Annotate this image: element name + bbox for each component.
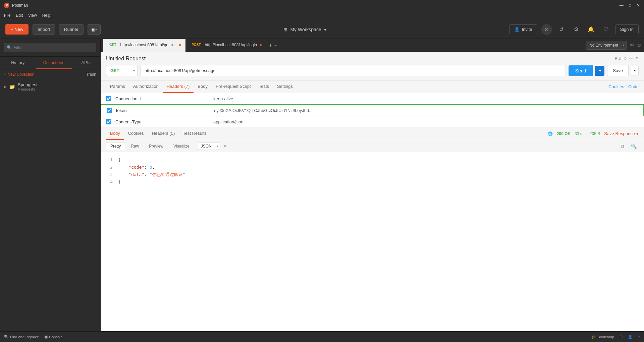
subtab-body[interactable]: Body <box>194 80 212 93</box>
subtab-authorization[interactable]: Authorization <box>129 80 163 93</box>
header-checkbox-content-type[interactable] <box>106 119 111 124</box>
heart-button[interactable]: ♡ <box>600 24 611 35</box>
menu-file[interactable]: File <box>4 13 10 18</box>
search-input[interactable] <box>4 43 96 52</box>
no-orbit-button[interactable]: ⊘ <box>541 24 552 35</box>
build-label: BUILD <box>615 56 627 61</box>
new-collection-button[interactable]: + New Collection <box>4 72 34 77</box>
settings-button[interactable]: ⚙ <box>571 24 582 35</box>
line-num-3: 3 <box>106 171 113 178</box>
help-item[interactable]: ? <box>638 335 640 339</box>
subtab-settings[interactable]: Settings <box>273 80 297 93</box>
status-bar: 🔍 Find and Replace ▣ Console 🎓 Bootcamp … <box>0 331 644 342</box>
line-num-2: 2 <box>106 164 113 171</box>
bootcamp-label: Bootcamp <box>597 335 614 339</box>
format-preview[interactable]: Preview <box>145 142 168 150</box>
bootcamp-item[interactable]: 🎓 Bootcamp <box>591 335 614 339</box>
close-button[interactable]: ✕ <box>637 3 640 8</box>
agent-icon: 👤 <box>628 335 633 339</box>
tab-post-request[interactable]: POST http://localhost:8081/api/login <box>185 39 266 52</box>
line-num-1: 1 <box>106 156 113 164</box>
res-tab-test-results[interactable]: Test Results <box>179 127 211 140</box>
main-content: GET http://localhost:8081/api/getm... PO… <box>101 39 644 331</box>
agent-item[interactable]: 👤 <box>628 335 633 339</box>
format-visualize[interactable]: Visualize <box>169 142 194 150</box>
res-tab-cookies[interactable]: Cookies <box>124 127 148 140</box>
layouts-item[interactable]: ⊞ <box>620 335 623 339</box>
format-right: ⧉ 🔍 <box>619 142 639 150</box>
menu-view[interactable]: View <box>28 13 37 18</box>
subtab-tests[interactable]: Tests <box>255 80 273 93</box>
save-button[interactable]: Save <box>607 65 629 76</box>
menu-edit[interactable]: Edit <box>16 13 23 18</box>
more-tabs-button[interactable]: ··· <box>273 43 277 48</box>
post-method-badge: POST <box>190 43 202 47</box>
toolbar-right: 👤 Invite ⊘ ↺ ⚙ 🔔 ♡ Sign In <box>509 24 639 35</box>
status-code: 200 OK <box>557 131 571 136</box>
invite-button[interactable]: 👤 Invite <box>509 24 537 34</box>
res-tab-headers[interactable]: Headers (5) <box>148 127 179 140</box>
find-replace-item[interactable]: 🔍 Find and Replace <box>4 335 39 339</box>
json-format-wrapper: JSON ▾ <box>198 142 220 150</box>
response-format-bar: Pretty Raw Preview Visualize JSON ▾ ≡ ⧉ <box>101 140 644 152</box>
sidebar-actions: + New Collection Trash <box>0 69 100 79</box>
edit-icon[interactable]: ✏ <box>629 56 633 61</box>
notifications-button[interactable]: 🔔 <box>586 24 596 35</box>
request-title[interactable]: Untitled Request <box>106 56 146 62</box>
eye-icon[interactable]: 👁 <box>630 43 634 48</box>
header-checkbox-connection[interactable] <box>106 96 111 101</box>
cookies-link[interactable]: Cookies <box>608 84 624 89</box>
env-settings-icon[interactable]: ⚙ <box>637 43 641 48</box>
layout-more-icon[interactable]: ⊞ <box>635 56 639 61</box>
collection-item-springtest[interactable]: ▶ 📁 Springtest 4 requests <box>0 79 100 94</box>
header-checkbox-token[interactable] <box>107 108 112 113</box>
header-value-token: eyJ0eXAiOiJKV1QiLCJhbGciOiJIUzI1NiJ9.eyJ… <box>214 108 638 113</box>
code-link[interactable]: Code <box>628 84 639 89</box>
environment-select[interactable]: No Environment <box>586 41 627 50</box>
subtab-pre-request[interactable]: Pre-request Script <box>212 80 255 93</box>
console-item[interactable]: ▣ Console <box>44 335 62 339</box>
subtab-params[interactable]: Params <box>106 80 129 93</box>
collection-info: Springtest 4 requests <box>18 82 96 91</box>
request-tabs-bar: GET http://localhost:8081/api/getm... PO… <box>101 39 644 52</box>
sync-button[interactable]: ↺ <box>556 24 567 35</box>
help-icon: ? <box>638 335 640 339</box>
runner-button[interactable]: Runner <box>59 24 84 35</box>
save-dropdown-button[interactable]: ▾ <box>631 66 639 75</box>
main-layout: 🔍 History Collections APIs + New Collect… <box>0 39 644 331</box>
search-response-button[interactable]: 🔍 <box>629 142 639 150</box>
url-input[interactable] <box>140 65 566 76</box>
format-raw[interactable]: Raw <box>126 142 143 150</box>
send-button[interactable]: Send <box>569 65 593 76</box>
json-format-select[interactable]: JSON <box>198 142 220 150</box>
code-line-1: 1 { <box>106 156 639 164</box>
save-response-button[interactable]: Save Response ▾ <box>604 131 639 136</box>
tab-history[interactable]: History <box>0 57 36 69</box>
tab-apis[interactable]: APIs <box>72 57 100 69</box>
menu-help[interactable]: Help <box>42 13 51 18</box>
signin-button[interactable]: Sign In <box>615 24 639 34</box>
header-key-token: token <box>116 108 210 113</box>
save-response-label: Save Response <box>604 131 635 136</box>
code-content-3: "data": "你已经通过验证" <box>118 171 185 178</box>
res-tab-body[interactable]: Body <box>106 127 124 140</box>
layout-button[interactable]: ▣ ▾ <box>88 24 101 35</box>
copy-button[interactable]: ⧉ <box>619 142 626 150</box>
workspace-button[interactable]: ⊞ My Workspace ▾ <box>283 27 326 32</box>
import-button[interactable]: Import <box>33 24 55 35</box>
subtab-right: Cookies Code <box>608 84 639 89</box>
method-select[interactable]: GET POST PUT DELETE <box>106 65 138 76</box>
tab-get-request[interactable]: GET http://localhost:8081/api/getm... <box>103 39 185 52</box>
send-dropdown-button[interactable]: ▾ <box>595 66 604 76</box>
wrap-icon-button[interactable]: ≡ <box>222 142 228 150</box>
minimize-button[interactable]: — <box>620 3 624 8</box>
code-line-2: 2 "code": 0, <box>106 164 639 171</box>
title-bar-left: P Postman <box>4 3 28 8</box>
new-button[interactable]: + New <box>5 24 29 35</box>
new-tab-button[interactable]: + <box>269 42 272 48</box>
format-pretty[interactable]: Pretty <box>106 142 125 150</box>
subtab-headers[interactable]: Headers (7) <box>163 80 194 93</box>
maximize-button[interactable]: □ <box>629 3 631 8</box>
trash-button[interactable]: Trash <box>86 72 96 77</box>
tab-collections[interactable]: Collections <box>36 57 72 69</box>
